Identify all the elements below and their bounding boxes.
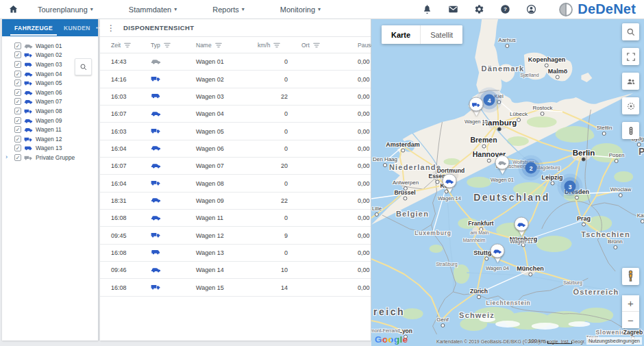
vehicle-type-icon [151, 267, 161, 273]
table-row[interactable]: 18:31 Wagen 09 22 0,00 [100, 193, 371, 210]
vehicle-checkbox[interactable]: ✓ [14, 108, 21, 114]
vehicle-checkbox[interactable]: ✓ [14, 51, 21, 58]
vehicle-checkbox[interactable]: ✓ [14, 126, 21, 133]
menu-item[interactable]: Reports ▾ [212, 5, 245, 14]
my-location-button[interactable] [622, 97, 639, 114]
vehicle-list-item[interactable]: › ✓ Wagen 01 [2, 41, 98, 51]
vehicle-list-item[interactable]: › ✓ Private Gruppe [2, 153, 98, 162]
drivers-overview-button[interactable] [622, 73, 639, 90]
cell-pause: 0,00 [358, 93, 371, 100]
menu-item[interactable]: Stammdaten ▾ [129, 5, 177, 14]
table-row[interactable]: 09:45 Wagen 12 9 0,00 [100, 227, 371, 244]
vehicle-list-item[interactable]: › ✓ Wagen 12 [2, 134, 98, 144]
traffic-button[interactable] [622, 122, 639, 139]
vehicle-checkbox[interactable]: ✓ [14, 79, 21, 86]
vehicle-list-item[interactable]: › ✓ Wagen 11 [2, 125, 98, 134]
map-marker[interactable]: 2 [525, 162, 537, 174]
map-marker[interactable]: 3 [565, 181, 576, 193]
vehicle-checkbox[interactable]: ✓ [14, 98, 21, 105]
table-row[interactable]: 16:08 Wagen 15 14 0,00 [100, 279, 371, 296]
menu-item[interactable]: Tourenplanung ▾ [38, 5, 93, 14]
vehicle-search-button[interactable] [75, 58, 92, 75]
cell-speed: 0 [258, 249, 299, 256]
map-canvas[interactable] [371, 19, 644, 346]
panel-menu-icon[interactable]: ⋮ [107, 24, 115, 32]
vehicle-type-icon [24, 71, 33, 77]
pegman-button[interactable] [622, 268, 639, 285]
table-row[interactable]: 16:08 Wagen 11 0 0,00 [100, 210, 371, 227]
cell-pause: 0,00 [358, 76, 371, 83]
table-row[interactable]: 16:03 Wagen 03 22 0,00 [100, 88, 371, 106]
map-type-satellit-button[interactable]: Satellit [420, 25, 462, 44]
map-marker[interactable]: Wagen 15 [469, 97, 484, 120]
column-header-zeit[interactable]: Zeit [111, 42, 151, 49]
vehicle-checkbox[interactable]: ✓ [14, 117, 21, 124]
vehicle-type-icon [24, 127, 33, 132]
table-row[interactable]: 16:07 Wagen 04 0 0,00 [100, 106, 371, 123]
vehicle-list-item[interactable]: › ✓ Wagen 07 [2, 97, 98, 107]
dedenet-logo-icon [558, 1, 574, 18]
settings-button[interactable] [474, 4, 484, 14]
chevron-down-icon: ▾ [242, 6, 245, 12]
vehicle-list-item[interactable]: › ✓ Wagen 08 [2, 106, 98, 116]
vehicle-checkbox[interactable]: ✓ [14, 89, 21, 96]
table-row[interactable]: 16:08 Wagen 13 0 0,00 [100, 245, 371, 262]
table-row[interactable]: 14:16 Wagen 02 0 0,00 [100, 71, 371, 88]
map-marker[interactable]: Wagen 04 [491, 244, 505, 267]
column-header-kmh[interactable]: km/h [258, 42, 299, 49]
map-marker[interactable]: Wagen 01 [495, 156, 510, 178]
zoom-in-button[interactable]: + [622, 295, 639, 312]
vehicle-list-item[interactable]: › ✓ Wagen 13 [2, 144, 98, 153]
terms-link[interactable]: Nutzungsbedingungen [586, 337, 642, 345]
map-type-karte-button[interactable]: Karte [382, 25, 420, 44]
cell-type [151, 249, 196, 256]
table-row[interactable]: 16:03 Wagen 05 0 0,00 [100, 123, 371, 140]
messages-button[interactable] [448, 4, 458, 14]
notifications-button[interactable] [422, 4, 432, 14]
cell-name: Wagen 14 [196, 267, 258, 273]
vehicle-checkbox[interactable]: ✓ [14, 145, 21, 151]
vehicle-list-item[interactable]: › ✓ Wagen 05 [2, 78, 98, 88]
cell-pause: 0,00 [358, 128, 371, 135]
cell-time: 16:03 [111, 128, 151, 135]
topbar-actions: ? DeDeNet [422, 1, 636, 18]
home-button[interactable] [8, 4, 18, 14]
vehicle-checkbox[interactable]: ✓ [14, 42, 21, 49]
map-marker[interactable]: Wagen 11 [515, 217, 529, 240]
cell-time: 16:04 [111, 180, 151, 187]
vehicle-checkbox[interactable]: ✓ [14, 136, 21, 143]
table-row[interactable]: 14:43 Wagen 01 0 0,00 [100, 53, 371, 71]
tab-fahrzeuge[interactable]: FAHRZEUGE [9, 19, 58, 36]
vehicle-list-item[interactable]: › ✓ Wagen 06 [2, 88, 98, 97]
table-row[interactable]: 16:04 Wagen 06 0 0,00 [100, 140, 371, 158]
vehicle-pin [491, 244, 505, 258]
cell-name: Wagen 05 [196, 128, 258, 135]
map-search-button[interactable] [622, 23, 639, 40]
table-row[interactable]: 16:07 Wagen 07 20 0,00 [100, 158, 371, 175]
fullscreen-button[interactable] [622, 48, 639, 65]
column-header-typ[interactable]: Typ [151, 42, 196, 49]
map-marker[interactable]: 4 [484, 95, 495, 106]
vehicle-checkbox[interactable]: ✓ [14, 154, 21, 161]
cell-speed: 20 [258, 162, 299, 169]
cell-type [151, 110, 196, 118]
cell-name: Wagen 13 [196, 249, 258, 256]
account-button[interactable] [526, 4, 536, 14]
map-area[interactable]: Aarhus Dänemark Kopenhagen Malmö Sjællan… [371, 19, 644, 346]
vehicle-type-icon [498, 160, 507, 165]
table-row[interactable]: 16:04 Wagen 08 0 0,00 [100, 175, 371, 192]
menu-item[interactable]: Monitoring ▾ [280, 5, 321, 14]
vehicle-checkbox[interactable]: ✓ [14, 71, 21, 77]
help-button[interactable]: ? [500, 4, 510, 14]
map-marker[interactable]: Wagen 14 [443, 174, 457, 197]
cell-speed: 10 [258, 267, 299, 273]
cell-name: Wagen 12 [196, 232, 258, 239]
tab-kunden[interactable]: KUNDEN [58, 19, 96, 36]
vehicle-list-item[interactable]: › ✓ Wagen 09 [2, 116, 98, 125]
zoom-out-button[interactable]: − [622, 312, 639, 328]
column-header-name[interactable]: Name [196, 42, 258, 49]
table-row[interactable]: 09:46 Wagen 14 10 0,00 [100, 262, 371, 279]
cell-type [151, 232, 196, 239]
vehicle-checkbox[interactable]: ✓ [14, 61, 21, 68]
column-header-ort[interactable]: Ort [299, 42, 358, 49]
